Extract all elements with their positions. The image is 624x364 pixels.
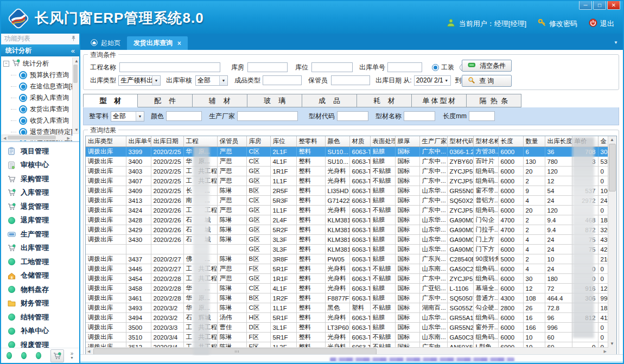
manufacturer-input[interactable] [237, 111, 298, 121]
column-header[interactable]: 型材名称 [473, 136, 498, 147]
material-tab-辅材[interactable]: 辅材 [193, 94, 247, 107]
sidebar-item-补单中心[interactable]: 补单中心 [1, 324, 79, 339]
location-input[interactable] [311, 62, 353, 72]
material-tab-配件[interactable]: 配件 [138, 94, 193, 107]
length-input[interactable] [469, 111, 495, 121]
table-row[interactable]: 调拨出库34292020/2/26石 城陈琳G区5R2F整料KLM3817606… [86, 225, 614, 235]
tree-item[interactable]: 收货入库查询 [3, 115, 72, 126]
product-type-input[interactable] [263, 75, 302, 85]
out-type-select[interactable]: 生产领料出库▼ [118, 75, 161, 86]
module-dot-icon[interactable] [36, 352, 41, 359]
sidebar-section-header[interactable]: 统计分析 « [1, 44, 79, 56]
sidebar-item-审核中心[interactable]: 审核中心 [1, 158, 79, 173]
tab-shipping-out-query[interactable]: 发货出库查询 × [127, 36, 188, 50]
sidebar-item-项目管理[interactable]: 项目管理 [1, 144, 79, 158]
tab-list-caret-icon[interactable]: ▼ [614, 40, 618, 45]
maximize-button[interactable]: □ [593, 1, 606, 10]
tree-expander-icon[interactable]: − [3, 61, 9, 67]
clear-conditions-button[interactable]: 清空条件 [462, 60, 512, 72]
column-header[interactable]: 表面处理 [370, 136, 395, 147]
column-header[interactable]: 生产厂家 [419, 136, 447, 147]
column-header[interactable]: 库房 [246, 136, 270, 147]
table-row[interactable]: 调拨出库34132020/2/26南 ...严思C区5R3F整料G7142260… [86, 196, 614, 206]
column-header[interactable]: 颜色 [325, 136, 349, 147]
column-header[interactable]: 保管员 [217, 136, 246, 147]
search-button[interactable]: 查 询 [462, 75, 512, 87]
table-row[interactable]: 调拨出库34092020/2/25长 ...陈琳B区2R5F整料LI35HD60… [86, 186, 614, 196]
material-tab-玻璃[interactable]: 玻璃 [247, 94, 302, 107]
column-header[interactable]: 材质 [349, 136, 370, 147]
tab-home[interactable]: 起始页 [84, 36, 127, 50]
sidebar-item-出库管理[interactable]: 出库管理 [1, 241, 79, 256]
column-header[interactable]: 整零料 [296, 136, 325, 147]
table-row[interactable]: 调拨出库34542020/2/28工 共工程严思G区1R1F整料光身料6063-… [86, 274, 614, 284]
tree-root[interactable]: − 统计分析 [3, 58, 72, 69]
sidebar-item-财务管理[interactable]: 财务管理 [1, 297, 79, 311]
module-dot-icon[interactable] [21, 352, 27, 359]
cart-module-button[interactable] [50, 349, 64, 362]
table-row[interactable]: 调拨出库34932020/3/2华 原...陈琳C区1L1F整料黑色塑料不贴膜国… [86, 303, 614, 313]
material-tab-成品[interactable]: 成品 [302, 94, 357, 107]
table-row[interactable]: 调拨出库34612020/2/28华 原...陈琳B区1R2F整料F8877FT… [86, 293, 614, 303]
table-row[interactable]: G区3L3F整料KLM38176063-T5贴膜国标山东华...GA90M09.… [86, 245, 614, 254]
table-row[interactable]: 调拨出库34282020/2/26石 城陈琳G区2L4F整料KLM3817606… [86, 215, 614, 225]
table-row[interactable]: 调拨出库34302020/2/26石 城陈琳G区3L3F整料KLM3817606… [86, 235, 614, 245]
sidebar-item-工地管理[interactable]: 工地管理 [1, 255, 79, 269]
sidebar-item-结转管理[interactable]: 结转管理 [1, 310, 79, 324]
column-header[interactable]: 长度 [498, 136, 523, 147]
table-row[interactable]: 调拨出库34072020/2/25工 共工程严思G区1L1F整料光身料6063-… [86, 176, 614, 186]
material-tab-单体型材[interactable]: 单体型材 [412, 94, 467, 107]
material-tab-隔热条[interactable]: 隔热条 [467, 94, 521, 107]
close-button[interactable]: ✕ [607, 1, 620, 10]
logout-button[interactable]: 退出 [589, 18, 614, 29]
table-row[interactable]: 调拨出库34942020/3/2石 辉城汤伟H区5R1F整料光身料6063-T5… [86, 313, 614, 323]
radio-gongzhuang[interactable]: 工装 [432, 63, 454, 72]
order-no-input[interactable] [387, 62, 422, 72]
table-row[interactable]: 调拨出库34582020/2/28华 ...陈琳C区4L1F整料光身料6063-… [86, 284, 614, 293]
color-input[interactable] [166, 111, 202, 121]
sidebar-item-采购管理[interactable]: 采购管理 [1, 172, 79, 186]
table-row[interactable]: 调拨出库35102020/3/4工 共工程陈琳F区5R1F整料光身料6063-T… [86, 333, 614, 342]
whole-part-select[interactable]: 全部▼ [111, 111, 144, 122]
sidebar-item-退货管理[interactable]: 退货管理 [1, 200, 79, 214]
tree-item[interactable]: 在途信息查询[待 [3, 81, 72, 92]
column-header[interactable]: 出库类型 [86, 136, 126, 147]
material-tab-耗材[interactable]: 耗材 [357, 94, 412, 107]
column-header[interactable]: 型材代码 [447, 136, 473, 147]
sidebar-item-物料盘存[interactable]: 物料盘存 [1, 283, 79, 297]
sidebar-item-退库管理[interactable]: 退库管理 [1, 214, 79, 228]
table-row[interactable]: 调拨出库34242020/2/26工 工程严思G区1L1F整料光身料6063-T… [86, 206, 614, 215]
tree-item[interactable]: 采购入库查询 [3, 92, 72, 104]
project-name-input[interactable] [119, 62, 220, 72]
tree-horizontal-scrollbar[interactable]: ◀ ▶ [2, 135, 72, 141]
pin-icon[interactable] [71, 35, 76, 43]
change-password-button[interactable]: 修改密码 [538, 18, 577, 29]
table-row[interactable]: 调拨出库33992020/2/25华 原...严思C区2L1F整料SU10...… [86, 147, 614, 157]
tree-item[interactable]: 预算执行查询 [3, 69, 72, 81]
out-audit-select[interactable]: 全部▼ [195, 75, 228, 86]
minimize-button[interactable]: ─ [579, 1, 592, 10]
date-from-select[interactable]: 2020/ 2/16▼ [414, 75, 451, 86]
sidebar-item-仓储管理[interactable]: 仓储管理 [1, 269, 79, 283]
column-header[interactable]: 出库长度 [545, 136, 572, 147]
module-dot-icon[interactable] [7, 352, 12, 359]
column-header[interactable]: 数量 [523, 136, 545, 147]
sidebar-item-生产管理[interactable]: 生产管理 [1, 227, 79, 241]
warehouse-input[interactable] [247, 62, 288, 72]
tree-vertical-scrollbar[interactable]: ▲ ▼ [72, 58, 79, 134]
column-header[interactable]: 膜厚 [395, 136, 419, 147]
collapse-icon[interactable]: « [71, 47, 75, 55]
table-vertical-scrollbar[interactable]: ▲ ▼ [608, 136, 616, 355]
table-row[interactable]: 调拨出库34032020/2/25工 共工程严思G区1R1F整料光身料6063-… [86, 167, 614, 176]
column-header[interactable]: 库位 [270, 136, 296, 147]
table-row[interactable]: 调拨出库34002020/2/25华 原...严思C区4L1F整料SU10...… [86, 157, 614, 167]
keeper-input[interactable] [331, 75, 370, 85]
column-header[interactable]: 单价 [572, 136, 598, 147]
sidebar-item-入库管理[interactable]: 入库管理 [1, 186, 79, 200]
table-row[interactable]: 调拨出库35002020/3/3工 共工程曹佳D区3L1F整料LT3P60606… [86, 323, 614, 333]
profile-name-input[interactable] [404, 111, 435, 121]
column-header[interactable]: 工程 [183, 136, 217, 147]
profile-code-input[interactable] [337, 111, 368, 121]
column-header[interactable]: 出库单号 [126, 136, 151, 147]
table-row[interactable]: 调拨出库34452020/2/27工 共工程严思F区5R1F整料光身料6063-… [86, 264, 614, 274]
